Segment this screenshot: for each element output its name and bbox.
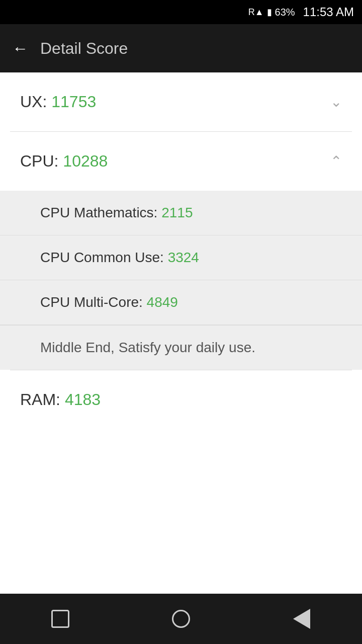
home-icon: [172, 610, 190, 628]
page-title: Detail Score: [40, 39, 128, 58]
nav-bar: [0, 594, 362, 644]
cpu-chevron: ⌃: [330, 153, 342, 170]
battery-icon: ▮: [267, 7, 272, 18]
back-button[interactable]: [282, 599, 322, 639]
cpu-common-row: CPU Common Use: 3324: [0, 235, 362, 280]
cpu-note: Middle End, Satisfy your daily use.: [0, 325, 362, 370]
ux-header[interactable]: UX: 11753 ⌄: [0, 72, 362, 131]
cpu-multicore-label: CPU Multi-Core:: [40, 294, 147, 310]
ram-header[interactable]: RAM: 4183: [0, 370, 362, 429]
home-button[interactable]: [161, 599, 201, 639]
cpu-section: CPU: 10288 ⌃ CPU Mathematics: 2115 CPU C…: [0, 132, 362, 370]
ux-section: UX: 11753 ⌄: [0, 72, 362, 131]
battery-percent: 63%: [275, 7, 295, 18]
cpu-math-value: 2115: [161, 205, 193, 220]
back-icon[interactable]: ←: [12, 39, 28, 58]
cpu-common-value: 3324: [168, 250, 199, 265]
cpu-math-label: CPU Mathematics:: [40, 205, 161, 220]
ux-label: UX: 11753: [20, 93, 96, 111]
cpu-multicore-row: CPU Multi-Core: 4849: [0, 280, 362, 325]
cpu-value: 10288: [63, 152, 108, 170]
ux-chevron: ⌄: [330, 94, 342, 110]
status-bar: R▲ ▮ 63% 11:53 AM: [0, 0, 362, 24]
cpu-common-label: CPU Common Use:: [40, 250, 168, 265]
recents-button[interactable]: [40, 599, 80, 639]
ram-section: RAM: 4183: [0, 370, 362, 429]
ux-value: 11753: [51, 93, 96, 111]
back-nav-icon: [293, 609, 310, 629]
app-bar: ← Detail Score: [0, 24, 362, 72]
cpu-header[interactable]: CPU: 10288 ⌃: [0, 132, 362, 191]
cpu-multicore-value: 4849: [147, 294, 178, 310]
status-icons: R▲ ▮ 63%: [248, 7, 295, 18]
signal-icon: R▲: [248, 7, 264, 18]
main-content: UX: 11753 ⌄ CPU: 10288 ⌃ CPU Mathematics…: [0, 72, 362, 594]
status-time: 11:53 AM: [303, 5, 354, 19]
ram-label: RAM: 4183: [20, 390, 101, 409]
cpu-label: CPU: 10288: [20, 152, 108, 171]
cpu-math-row: CPU Mathematics: 2115: [0, 191, 362, 235]
ram-value: 4183: [65, 390, 101, 409]
recents-icon: [51, 610, 69, 628]
cpu-details: CPU Mathematics: 2115 CPU Common Use: 33…: [0, 191, 362, 370]
